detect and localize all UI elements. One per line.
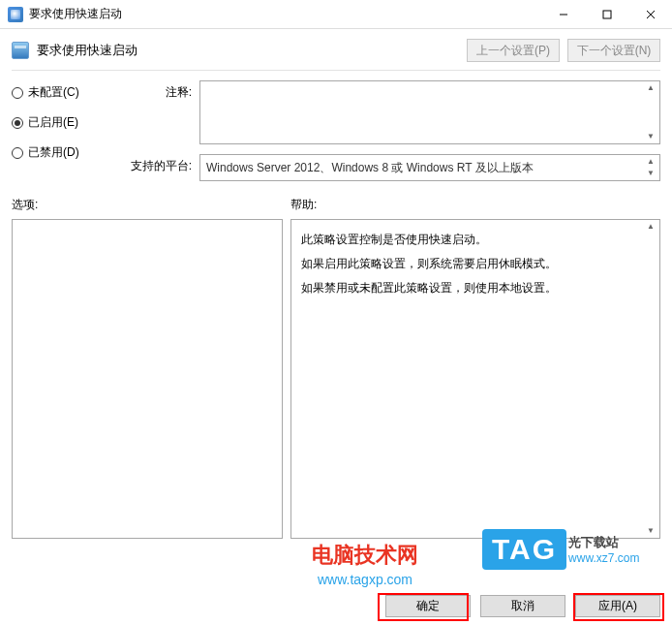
radio-label: 未配置(C) xyxy=(28,84,79,101)
ok-button[interactable]: 确定 xyxy=(385,595,471,617)
help-p3: 如果禁用或未配置此策略设置，则使用本地设置。 xyxy=(301,276,650,300)
radio-enabled[interactable]: 已启用(E) xyxy=(12,114,108,131)
config-area: 未配置(C) 已启用(E) 已禁用(D) 注释: ▲ ▼ 支持的平台: Wind xyxy=(0,80,672,181)
bottom-buttons: 确定 取消 应用(A) xyxy=(385,595,660,617)
wm1-url: www.tagxp.com xyxy=(318,572,412,587)
watermark-1: 电脑技术网 www.tagxp.com xyxy=(312,541,418,587)
help-p1: 此策略设置控制是否使用快速启动。 xyxy=(301,228,650,252)
previous-setting-button[interactable]: 上一个设置(P) xyxy=(467,39,560,62)
titlebar: 要求使用快速启动 xyxy=(0,0,672,29)
radio-icon xyxy=(12,87,23,99)
close-icon xyxy=(646,10,656,19)
radio-disabled[interactable]: 已禁用(D) xyxy=(12,144,108,161)
close-button[interactable] xyxy=(628,0,672,28)
platform-label: 支持的平台: xyxy=(128,154,192,174)
policy-title: 要求使用快速启动 xyxy=(37,42,459,59)
radio-label: 已启用(E) xyxy=(28,114,78,131)
window-title: 要求使用快速启动 xyxy=(29,6,541,22)
header-row: 要求使用快速启动 上一个设置(P) 下一个设置(N) xyxy=(0,29,672,70)
wm2-right: 光下载站 www.xz7.com xyxy=(568,534,639,565)
down-arrow-icon: ▼ xyxy=(644,170,657,177)
options-label: 选项: xyxy=(12,197,290,213)
wm2-tag: TAG xyxy=(482,529,566,570)
platform-row: 支持的平台: Windows Server 2012、Windows 8 或 W… xyxy=(128,154,660,181)
divider xyxy=(12,70,660,71)
maximize-icon xyxy=(602,10,612,19)
help-label: 帮助: xyxy=(290,197,317,213)
scroll-hint: ▲ ▼ xyxy=(644,158,657,177)
down-arrow-icon: ▼ xyxy=(644,133,657,141)
radio-not-configured[interactable]: 未配置(C) xyxy=(12,84,108,101)
scroll-hint: ▲ ▼ xyxy=(644,223,657,535)
options-panel[interactable] xyxy=(12,219,283,539)
comment-row: 注释: ▲ ▼ xyxy=(128,80,660,144)
panels: 此策略设置控制是否使用快速启动。 如果启用此策略设置，则系统需要启用休眠模式。 … xyxy=(0,219,672,539)
platform-value: Windows Server 2012、Windows 8 或 Windows … xyxy=(206,160,534,176)
radio-group: 未配置(C) 已启用(E) 已禁用(D) xyxy=(12,80,108,181)
app-icon xyxy=(8,7,23,22)
minimize-icon xyxy=(559,10,568,19)
section-labels: 选项: 帮助: xyxy=(0,181,672,219)
comment-input[interactable]: ▲ ▼ xyxy=(199,80,660,144)
radio-label: 已禁用(D) xyxy=(28,144,79,161)
policy-icon xyxy=(12,42,29,59)
scroll-hint: ▲ ▼ xyxy=(644,84,657,141)
watermark-2: TAG 光下载站 www.xz7.com xyxy=(482,529,639,570)
help-panel[interactable]: 此策略设置控制是否使用快速启动。 如果启用此策略设置，则系统需要启用休眠模式。 … xyxy=(290,219,660,539)
wm2-url: www.xz7.com xyxy=(568,551,639,565)
next-setting-button[interactable]: 下一个设置(N) xyxy=(567,39,660,62)
up-arrow-icon: ▲ xyxy=(644,158,657,166)
up-arrow-icon: ▲ xyxy=(644,84,657,92)
fields-column: 注释: ▲ ▼ 支持的平台: Windows Server 2012、Windo… xyxy=(128,80,660,181)
wm2-text: 光下载站 xyxy=(568,534,639,551)
wm1-text: 电脑技术网 xyxy=(312,541,418,570)
down-arrow-icon: ▼ xyxy=(644,527,657,535)
minimize-button[interactable] xyxy=(541,0,585,28)
apply-button[interactable]: 应用(A) xyxy=(575,595,660,617)
help-p2: 如果启用此策略设置，则系统需要启用休眠模式。 xyxy=(301,252,650,276)
radio-icon xyxy=(12,117,23,129)
radio-icon xyxy=(12,147,23,159)
platform-box: Windows Server 2012、Windows 8 或 Windows … xyxy=(199,154,660,181)
maximize-button[interactable] xyxy=(585,0,628,28)
cancel-button[interactable]: 取消 xyxy=(480,595,565,617)
comment-label: 注释: xyxy=(128,80,192,101)
up-arrow-icon: ▲ xyxy=(644,223,657,231)
svg-rect-1 xyxy=(603,11,611,18)
